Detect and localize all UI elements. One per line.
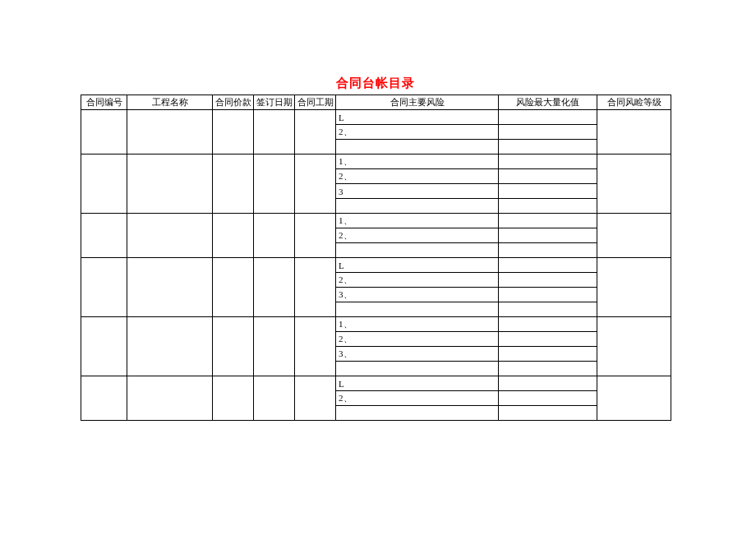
- header-c4: 签订日期: [254, 95, 295, 110]
- risk-level-g1: [597, 155, 671, 214]
- risk-value-g2-r1: [499, 228, 597, 243]
- risk-main-g0-r1: 2、: [336, 125, 499, 140]
- cell-g0-c4: [254, 110, 295, 155]
- risk-main-g3-r3: [336, 302, 499, 317]
- cell-g1-c5: [295, 155, 336, 214]
- header-c3: 合同价款: [213, 95, 254, 110]
- cell-g4-c1: [81, 317, 127, 376]
- risk-value-g1-r3: [499, 199, 597, 214]
- cell-g2-c5: [295, 214, 336, 258]
- cell-g3-c5: [295, 258, 336, 317]
- risk-main-g5-r2: [336, 406, 499, 421]
- risk-main-g2-r0: 1、: [336, 214, 499, 228]
- ledger-table: 合同编号工程名称合同价款签订日期合同工期合同主要风险风险最大量化值合同风睑等级L…: [81, 95, 671, 421]
- header-c8: 合同风睑等级: [597, 95, 671, 110]
- risk-value-g0-r1: [499, 125, 597, 140]
- risk-value-g5-r1: [499, 391, 597, 406]
- cell-g4-c2: [127, 317, 213, 376]
- risk-value-g2-r0: [499, 214, 597, 228]
- cell-g4-c3: [213, 317, 254, 376]
- cell-g0-c5: [295, 110, 336, 155]
- cell-g5-c3: [213, 376, 254, 421]
- risk-main-g4-r2: 3、: [336, 347, 499, 362]
- risk-level-g5: [597, 376, 671, 421]
- header-c7: 风险最大量化值: [499, 95, 597, 110]
- risk-main-g1-r1: 2、: [336, 169, 499, 184]
- risk-main-g0-r0: L: [336, 110, 499, 125]
- risk-value-g5-r0: [499, 376, 597, 391]
- risk-value-g5-r2: [499, 406, 597, 421]
- cell-g2-c4: [254, 214, 295, 258]
- cell-g5-c2: [127, 376, 213, 421]
- risk-value-g3-r0: [499, 258, 597, 273]
- risk-main-g3-r0: L: [336, 258, 499, 273]
- risk-value-g2-r2: [499, 243, 597, 258]
- cell-g4-c5: [295, 317, 336, 376]
- risk-level-g3: [597, 258, 671, 317]
- risk-level-g4: [597, 317, 671, 376]
- risk-value-g4-r0: [499, 317, 597, 332]
- risk-level-g2: [597, 214, 671, 258]
- risk-main-g4-r3: [336, 362, 499, 376]
- cell-g0-c2: [127, 110, 213, 155]
- cell-g4-c4: [254, 317, 295, 376]
- risk-main-g4-r0: 1、: [336, 317, 499, 332]
- risk-main-g0-r2: [336, 140, 499, 155]
- cell-g2-c1: [81, 214, 127, 258]
- header-c2: 工程名称: [127, 95, 213, 110]
- risk-value-g0-r2: [499, 140, 597, 155]
- risk-main-g3-r2: 3、: [336, 288, 499, 302]
- cell-g3-c1: [81, 258, 127, 317]
- risk-main-g1-r0: 1、: [336, 155, 499, 169]
- risk-value-g4-r1: [499, 332, 597, 347]
- header-c5: 合同工期: [295, 95, 336, 110]
- risk-value-g1-r2: [499, 184, 597, 199]
- cell-g3-c4: [254, 258, 295, 317]
- risk-main-g3-r1: 2、: [336, 273, 499, 288]
- risk-value-g4-r2: [499, 347, 597, 362]
- risk-level-g0: [597, 110, 671, 155]
- risk-value-g1-r1: [499, 169, 597, 184]
- cell-g2-c3: [213, 214, 254, 258]
- risk-main-g1-r2: 3: [336, 184, 499, 199]
- page-title: 合同台帐目录: [81, 76, 671, 91]
- cell-g1-c2: [127, 155, 213, 214]
- header-c6: 合同主要风险: [336, 95, 499, 110]
- cell-g5-c4: [254, 376, 295, 421]
- header-c1: 合同编号: [81, 95, 127, 110]
- cell-g0-c3: [213, 110, 254, 155]
- risk-main-g5-r1: 2、: [336, 391, 499, 406]
- cell-g3-c2: [127, 258, 213, 317]
- cell-g1-c1: [81, 155, 127, 214]
- cell-g1-c3: [213, 155, 254, 214]
- cell-g0-c1: [81, 110, 127, 155]
- risk-main-g2-r2: [336, 243, 499, 258]
- risk-value-g0-r0: [499, 110, 597, 125]
- cell-g2-c2: [127, 214, 213, 258]
- cell-g1-c4: [254, 155, 295, 214]
- risk-value-g3-r3: [499, 302, 597, 317]
- risk-main-g4-r1: 2、: [336, 332, 499, 347]
- cell-g5-c5: [295, 376, 336, 421]
- risk-value-g3-r1: [499, 273, 597, 288]
- cell-g5-c1: [81, 376, 127, 421]
- risk-main-g5-r0: L: [336, 376, 499, 391]
- risk-value-g1-r0: [499, 155, 597, 169]
- risk-value-g4-r3: [499, 362, 597, 376]
- risk-main-g2-r1: 2、: [336, 228, 499, 243]
- risk-value-g3-r2: [499, 288, 597, 302]
- cell-g3-c3: [213, 258, 254, 317]
- risk-main-g1-r3: [336, 199, 499, 214]
